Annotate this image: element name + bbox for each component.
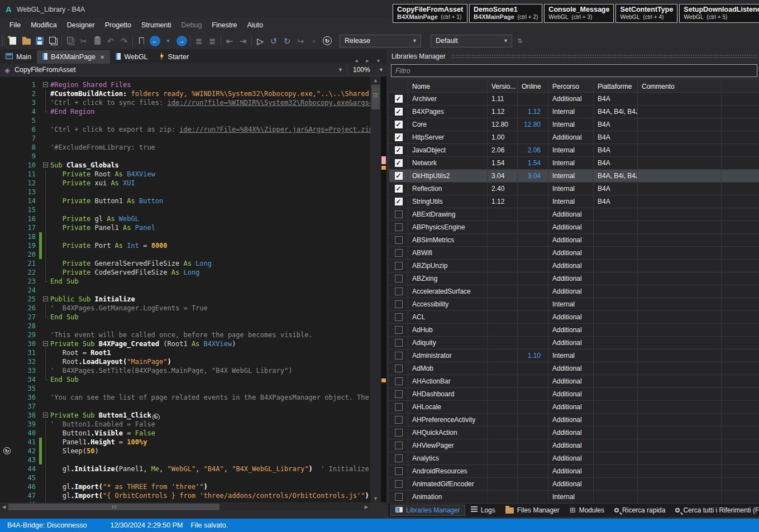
code-line[interactable]: 2#CustomBuildAction: folders ready, %WIN… — [0, 89, 370, 98]
menu-item-debug[interactable]: Debug — [176, 19, 207, 31]
library-row[interactable]: AdiquityAdditional — [389, 337, 759, 349]
updown-icon[interactable]: ⇅ — [517, 37, 522, 45]
save-icon[interactable] — [33, 34, 46, 47]
editor-vertical-scrollbar[interactable]: ▲ ▼ — [370, 76, 381, 502]
code-line[interactable]: 4#End Region — [0, 107, 370, 116]
library-checkbox[interactable] — [395, 108, 403, 116]
library-row[interactable]: Archiver1.11AdditionalB4A — [389, 93, 759, 106]
horizontal-scroll-thumb[interactable] — [8, 504, 219, 510]
fold-toggle-icon[interactable]: − — [43, 413, 48, 418]
library-checkbox[interactable] — [395, 121, 403, 128]
column-header[interactable]: Piattaforme — [594, 80, 638, 92]
tab-starter[interactable]: Starter — [154, 50, 195, 64]
library-row[interactable]: AndroidResourcesAdditional — [389, 465, 759, 478]
compile-icon[interactable]: ↻ — [280, 34, 294, 47]
library-row[interactable]: ABSimMetricsAdditional — [389, 234, 759, 247]
fold-toggle-icon[interactable]: − — [43, 82, 48, 87]
library-row[interactable]: AHDashboardAdditional — [389, 388, 759, 401]
resume-icon[interactable]: ↺ — [267, 34, 280, 47]
fold-toggle-icon[interactable]: − — [43, 296, 48, 301]
column-header[interactable] — [722, 80, 759, 92]
library-checkbox[interactable] — [395, 467, 403, 475]
column-header[interactable]: Percorso — [548, 80, 594, 92]
menu-item-designer[interactable]: Designer — [62, 19, 100, 31]
library-checkbox[interactable] — [395, 442, 403, 449]
menu-item-file[interactable]: File — [4, 19, 26, 31]
code-line[interactable]: 28 — [0, 322, 370, 330]
dock-tab-ricerca-rapida[interactable]: Ricerca rapida — [610, 505, 670, 516]
code-line[interactable]: 7 — [0, 134, 370, 143]
column-header[interactable]: Commento — [638, 80, 722, 92]
code-line[interactable]: 15 — [0, 205, 370, 214]
code-line[interactable]: 14 Private Button1 As Button — [0, 196, 370, 205]
editor-marker[interactable] — [381, 156, 386, 164]
tab-main[interactable]: Main — [0, 50, 37, 64]
library-checkbox[interactable] — [395, 480, 403, 488]
library-checkbox[interactable] — [395, 210, 403, 218]
scroll-up-icon[interactable]: ▲ — [370, 76, 381, 84]
menu-item-strumenti[interactable]: Strumenti — [136, 19, 176, 31]
library-checkbox[interactable] — [395, 390, 403, 398]
library-checkbox[interactable] — [395, 172, 403, 180]
code-line[interactable]: 22 Private CodeServedFileSize As Long — [0, 268, 370, 277]
code-line[interactable]: 33' B4XPages.SetTitle(B4XPages.MainPage,… — [0, 366, 370, 375]
editor-horizontal-scrollbar[interactable]: ◀ ▶ — [0, 502, 370, 511]
library-row[interactable]: AHActionBarAdditional — [389, 375, 759, 388]
menu-item-aiuto[interactable]: Aiuto — [242, 19, 269, 31]
column-header[interactable]: Online — [518, 80, 548, 92]
tab-webgl[interactable]: WebGL — [110, 50, 153, 64]
scroll-down-icon[interactable]: ▼ — [370, 495, 381, 502]
code-line[interactable]: 47 gl.Import("{ OrbitControls } from 'th… — [0, 491, 370, 500]
dock-tab-libraries-manager[interactable]: Libraries Manager — [390, 505, 465, 516]
comment-code-icon[interactable]: ≣ — [192, 34, 206, 47]
editor-marker[interactable] — [381, 378, 386, 382]
code-line[interactable]: 32 Root.LoadLayout("MainPage") — [0, 357, 370, 366]
method-select[interactable]: ◈ CopyFileFromAsset ▼ — [0, 64, 347, 76]
tab-strip-arrows[interactable]: ◂ ▸ ▾ — [355, 57, 388, 64]
quick-access-button[interactable]: CopyFileFromAssetB4XMainPage (ctrl + 1) — [393, 4, 467, 23]
library-row[interactable]: OkHttpUtils23.043.04InternalB4A, B4i, B4… — [389, 170, 759, 183]
menu-item-progetto[interactable]: Progetto — [100, 19, 136, 31]
code-line[interactable]: 16 Private gl As WebGL — [0, 214, 370, 223]
code-line[interactable]: 10−Sub Class_Globals — [0, 161, 370, 170]
library-checkbox[interactable] — [395, 133, 403, 141]
code-line[interactable]: 29'This event will be called once, befor… — [0, 330, 370, 339]
save-all-icon[interactable] — [46, 34, 60, 47]
code-line[interactable]: 8'#ExcludeFromLibrary: true — [0, 143, 370, 152]
library-row[interactable]: ACLAdditional — [389, 311, 759, 324]
code-line[interactable]: 13 — [0, 188, 370, 196]
library-checkbox[interactable] — [395, 365, 403, 372]
code-line[interactable]: 23End Sub — [0, 277, 370, 286]
step-icon[interactable]: ↪ — [294, 34, 307, 47]
library-checkbox[interactable] — [395, 339, 403, 347]
library-checkbox[interactable] — [395, 300, 403, 308]
library-row[interactable]: ABExtDrawingAdditional — [389, 208, 759, 221]
quick-access-button[interactable]: SetupDownloadListenerWebGL (ctrl + 5) — [679, 4, 759, 23]
fold-toggle-icon[interactable]: − — [43, 341, 48, 346]
code-line[interactable]: 17 Private Panel1 As Panel — [0, 223, 370, 232]
vertical-scroll-thumb[interactable] — [371, 85, 380, 109]
library-row[interactable]: AnimationInternal — [389, 491, 759, 504]
run-icon[interactable]: ▷ — [254, 34, 267, 47]
library-checkbox[interactable] — [395, 416, 403, 424]
code-line[interactable]: 18 — [0, 232, 370, 241]
code-line[interactable]: 39' Button1.Enabled = False — [0, 420, 370, 429]
library-row[interactable]: StringUtils1.12InternalB4A — [389, 195, 759, 208]
library-checkbox[interactable] — [395, 275, 403, 282]
code-line[interactable]: 20 — [0, 250, 370, 259]
new-file-icon[interactable]: ✶ — [6, 34, 20, 47]
library-row[interactable]: AdHubAdditional — [389, 324, 759, 337]
stop-icon[interactable]: ▫ — [307, 34, 321, 47]
column-header[interactable]: Versio... — [488, 80, 518, 92]
code-line[interactable]: 34End Sub — [0, 375, 370, 384]
fold-toggle-icon[interactable]: − — [43, 162, 48, 167]
code-line[interactable]: 30−Private Sub B4XPage_Created (Root1 As… — [0, 339, 370, 348]
code-line[interactable]: 41 Panel1.Height = 100%y — [0, 438, 370, 447]
code-line[interactable]: 19 Private Port As Int = 8000 — [0, 241, 370, 250]
code-line[interactable]: 36'You can see the list of page related … — [0, 393, 370, 402]
library-row[interactable]: Administrator1.10Internal — [389, 349, 759, 362]
library-row[interactable]: AHViewPagerAdditional — [389, 439, 759, 452]
library-row[interactable]: Network1.541.54InternalB4A — [389, 157, 759, 170]
code-line[interactable]: 37 — [0, 402, 370, 411]
library-row[interactable]: ABZipUnzipAdditional — [389, 260, 759, 272]
